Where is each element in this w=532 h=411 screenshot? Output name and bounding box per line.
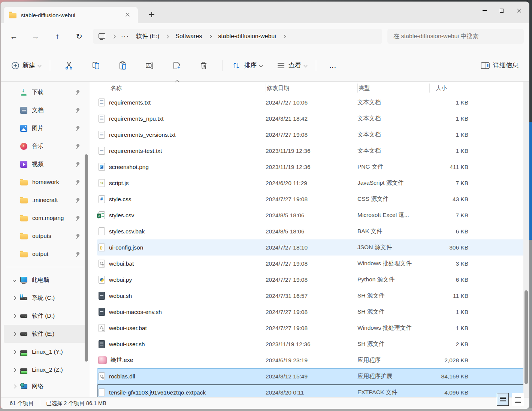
main-area: 下载 文档 图片 音乐 视频 homework .minecraft xyxy=(1,82,529,397)
details-pane-button[interactable]: 详细信息 xyxy=(477,57,522,75)
status-bar: 61 个项目 已选择 2 个项目 86.1 MB xyxy=(1,397,529,409)
file-icon xyxy=(99,115,105,123)
new-button[interactable]: 新建 xyxy=(7,57,45,75)
paste-button[interactable] xyxy=(115,57,131,75)
table-row[interactable]: webui.bat 2024/7/27 19:08 Windows 批处理文件 … xyxy=(97,256,525,272)
table-row[interactable]: webui-user.sh 2023/11/19 12:36 SH 源文件 2 … xyxy=(97,336,525,352)
column-header-type[interactable]: 类型 xyxy=(357,84,429,93)
table-row[interactable]: requirements-test.txt 2023/11/19 12:36 文… xyxy=(97,143,525,159)
table-row[interactable]: rocblas.dll 2024/3/12 15:49 应用程序扩展 84,16… xyxy=(97,368,525,384)
breadcrumb[interactable]: ··· 软件 (E:) Softwares stable-diffusion-w… xyxy=(93,29,382,44)
details-view-button[interactable] xyxy=(497,393,509,406)
table-row[interactable]: webui.py 2024/7/27 19:08 Python 源文件 6 KB xyxy=(97,272,525,288)
column-header-date[interactable]: 修改日期 xyxy=(266,84,357,93)
sort-button[interactable]: 排序 xyxy=(228,57,266,75)
search-box[interactable] xyxy=(387,29,524,44)
tab-active[interactable]: stable-diffusion-webui xyxy=(4,7,138,23)
maximize-button[interactable] xyxy=(493,4,510,17)
view-button[interactable]: 查看 xyxy=(273,57,311,75)
rename-button[interactable]: A xyxy=(142,57,158,75)
sidebar-item-drive[interactable]: 系统 (C:) xyxy=(4,289,87,307)
breadcrumb-overflow[interactable]: ··· xyxy=(119,33,132,40)
scrollbar-thumb[interactable] xyxy=(525,290,528,384)
file-size: 2 KB xyxy=(429,341,471,348)
table-row[interactable]: requirements.txt 2024/7/27 10:06 文本文档 1 … xyxy=(97,94,525,111)
breadcrumb-item-softwares[interactable]: Softwares xyxy=(172,31,205,41)
video-icon xyxy=(20,161,27,168)
file-date: 2024/3/20 0:11 xyxy=(266,389,357,396)
new-tab-button[interactable] xyxy=(146,9,157,20)
chevron-right-icon[interactable] xyxy=(12,368,16,372)
file-type: Windows 批处理文件 xyxy=(357,324,429,332)
table-row[interactable]: style.css 2024/7/27 19:08 CSS 源文件 43 KB xyxy=(97,191,525,207)
see-more-button[interactable]: … xyxy=(325,57,341,75)
pin-icon xyxy=(75,126,81,131)
sidebar-scrollbar[interactable] xyxy=(85,154,88,362)
back-button[interactable]: ← xyxy=(6,29,22,44)
sidebar-item-network[interactable]: 网络 xyxy=(4,379,87,394)
file-list-scrollbar[interactable] xyxy=(523,82,529,397)
table-row[interactable]: requirements_versions.txt 2024/7/27 19:0… xyxy=(97,127,525,143)
table-row[interactable]: styles.csv 2024/8/5 18:06 Microsoft Exce… xyxy=(97,207,525,223)
table-row[interactable]: ui-config.json 2024/7/27 18:10 JSON 源文件 … xyxy=(97,239,525,256)
up-button[interactable]: ↑ xyxy=(49,29,65,44)
sidebar-item[interactable]: 下载 xyxy=(4,83,87,101)
view-toggles xyxy=(497,393,524,406)
chevron-down-icon[interactable] xyxy=(12,278,16,282)
chevron-right-icon[interactable] xyxy=(12,350,16,354)
file-size: 6 KB xyxy=(429,276,471,283)
more-icon: … xyxy=(329,61,337,70)
delete-button[interactable] xyxy=(196,57,212,75)
refresh-button[interactable]: ↻ xyxy=(71,29,87,44)
sidebar-item[interactable]: homework xyxy=(4,173,87,191)
sidebar-item[interactable]: 视频 xyxy=(4,155,87,173)
sidebar-item-drive[interactable]: 软件 (E:) xyxy=(4,325,87,343)
chevron-right-icon[interactable] xyxy=(12,314,16,318)
pin-icon xyxy=(75,108,81,113)
chevron-right-icon xyxy=(166,34,169,38)
minimize-button[interactable] xyxy=(476,4,493,17)
breadcrumb-item-drive[interactable]: 软件 (E:) xyxy=(133,31,162,42)
copy-button[interactable] xyxy=(88,57,104,75)
sidebar-item[interactable]: 图片 xyxy=(4,119,87,137)
sidebar-item-drive[interactable]: Linux_1 (Y:) xyxy=(4,343,87,361)
file-size: 1 KB xyxy=(429,132,471,138)
cut-button[interactable] xyxy=(61,57,77,75)
pin-icon xyxy=(75,161,81,167)
toolbar: 新建 A 排序 查看 xyxy=(1,49,529,82)
tab-bar: stable-diffusion-webui xyxy=(1,2,529,23)
tab-close-icon[interactable] xyxy=(123,10,133,20)
column-header-name[interactable]: 名称 xyxy=(97,84,266,93)
table-row[interactable]: webui-macos-env.sh 2024/7/27 19:08 SH 源文… xyxy=(97,304,525,320)
sidebar-item-drive[interactable]: Linux_2 (Z:) xyxy=(4,361,87,379)
column-header-size[interactable]: 大小 xyxy=(429,84,475,93)
share-button[interactable] xyxy=(169,57,185,75)
close-button[interactable] xyxy=(510,4,528,17)
file-icon xyxy=(99,372,105,380)
chevron-right-icon[interactable] xyxy=(12,332,16,336)
table-row[interactable]: script.js 2024/6/20 11:29 JavaScript 源文件… xyxy=(97,175,525,191)
table-row[interactable]: screenshot.png 2023/11/19 12:36 PNG 文件 4… xyxy=(97,159,525,175)
table-row[interactable]: webui-user.bat 2024/7/27 19:08 Windows 批… xyxy=(97,320,525,336)
icons-view-button[interactable] xyxy=(512,393,524,406)
table-row[interactable]: requirements_npu.txt 2024/3/21 18:42 文本文… xyxy=(97,111,525,127)
table-row[interactable]: styles.csv.bak 2024/8/5 18:06 BAK 文件 6 K… xyxy=(97,223,525,239)
search-input[interactable] xyxy=(387,33,524,40)
breadcrumb-item-current[interactable]: stable-diffusion-webui xyxy=(215,31,279,41)
chevron-right-icon[interactable] xyxy=(12,296,16,300)
file-date: 2024/8/5 18:06 xyxy=(266,228,357,235)
sidebar-item-this-pc[interactable]: 此电脑 xyxy=(4,271,87,289)
sidebar-item[interactable]: 音乐 xyxy=(4,137,87,155)
file-date: 2024/7/27 19:08 xyxy=(266,196,357,203)
sidebar-item[interactable]: outputs xyxy=(4,227,87,245)
sidebar-item[interactable]: com.mojang xyxy=(4,209,87,227)
sidebar-item[interactable]: output xyxy=(4,245,87,263)
this-pc-icon[interactable] xyxy=(98,33,106,40)
sidebar-item-drive[interactable]: 软件 (D:) xyxy=(4,307,87,325)
forward-button[interactable]: → xyxy=(28,29,43,44)
sidebar-item[interactable]: .minecraft xyxy=(4,191,87,209)
table-row[interactable]: webui.sh 2024/7/31 16:57 SH 源文件 11 KB xyxy=(97,288,525,304)
sidebar-item[interactable]: 文档 xyxy=(4,101,87,119)
table-row[interactable]: 绘世.exe 2024/6/19 23:19 应用程序 2,028 KB xyxy=(97,352,525,368)
chevron-right-icon[interactable] xyxy=(12,384,16,388)
